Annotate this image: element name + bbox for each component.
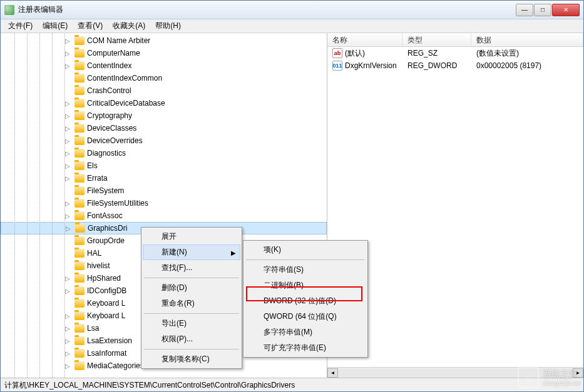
folder-icon [74,111,85,120]
expand-icon[interactable]: ▷ [63,325,72,332]
expand-icon[interactable]: ▷ [63,200,72,207]
ctx-new-string[interactable]: 字符串值(S) [245,262,366,278]
folder-icon [74,274,85,283]
tree-item[interactable]: ▷COM Name Arbiter [1,34,327,47]
tree-item[interactable]: ▷FileSystemUtilities [1,197,327,209]
minimize-button[interactable]: — [516,4,533,16]
tree-item[interactable]: ▷CriticalDeviceDatabase [1,97,327,109]
expand-icon[interactable]: ▷ [63,125,72,132]
tree-item[interactable]: ▷Errata [1,172,327,184]
folder-icon [74,236,85,245]
list-row[interactable]: 011DxgKrnlVersionREG_DWORD0x00002005 (81… [327,59,583,72]
maximize-button[interactable]: □ [534,4,551,16]
close-button[interactable]: ✕ [552,4,580,16]
ctx-expand[interactable]: 展开 [143,229,240,244]
col-header-data[interactable]: 数据 [471,33,583,46]
folder-icon [74,186,85,195]
folder-icon [74,361,85,370]
ctx-new-key[interactable]: 项(K) [245,242,366,258]
ctx-new-binary[interactable]: 二进制值(B) [245,278,366,293]
ctx-find[interactable]: 查找(F)... [143,260,240,276]
tree-item-label: Els [87,161,98,170]
ctx-separator [144,349,239,349]
expand-icon[interactable]: ▷ [63,113,72,119]
tree-item[interactable]: ContentIndexCommon [1,72,327,84]
tree-item-label: FontAssoc [87,211,123,220]
expand-icon[interactable]: ▷ [63,38,72,44]
expand-icon[interactable]: ▷ [63,175,72,182]
ctx-new-qword[interactable]: QWORD (64 位)值(Q) [245,309,366,324]
folder-icon [74,161,85,170]
tree-item[interactable]: ▷DeviceOverrides [1,134,327,147]
ctx-permissions[interactable]: 权限(P)... [143,331,240,347]
expand-icon[interactable]: ▷ [63,213,72,219]
tree-item-label: LsaInformat [87,349,126,358]
tree-item[interactable]: ▷Cryptography [1,109,327,122]
folder-icon [74,36,85,45]
folder-icon [74,136,85,145]
ctx-new-dword[interactable]: DWORD (32-位)值(D) [245,293,366,309]
tree-item[interactable]: ▷ContentIndex [1,59,327,72]
ctx-separator [144,313,239,314]
folder-icon [74,249,85,258]
menu-edit[interactable]: 编辑(E) [38,19,73,33]
tree-item[interactable]: CrashControl [1,84,327,97]
expand-icon[interactable]: ▷ [63,63,72,69]
ctx-copy-key-name[interactable]: 复制项名称(C) [143,351,240,367]
ctx-new[interactable]: 新建(N) ▶ [143,244,240,260]
tree-item[interactable]: ▷FontAssoc [1,209,327,222]
cell-data: (数值未设置) [471,48,583,59]
ctx-new-expandstring[interactable]: 可扩充字符串值(E) [245,340,366,356]
col-header-type[interactable]: 类型 [402,33,471,46]
expand-icon[interactable]: ▷ [63,363,72,369]
ctx-rename[interactable]: 重命名(R) [143,296,240,311]
list-header: 名称 类型 数据 [327,33,583,47]
folder-icon [74,286,85,295]
tree-item[interactable]: ▷ComputerName [1,47,327,59]
expand-icon[interactable]: ▷ [63,313,72,319]
titlebar: 注册表编辑器 — □ ✕ [1,1,583,19]
context-menu-new: 项(K) 字符串值(S) 二进制值(B) DWORD (32-位)值(D) QW… [243,240,368,358]
tree-item[interactable]: ▷Els [1,159,327,172]
menu-favorites[interactable]: 收藏夹(A) [108,19,150,33]
tree-item-label: hivelist [87,261,110,270]
expand-icon[interactable]: ▷ [63,100,72,107]
scroll-right-button[interactable]: ► [573,368,583,378]
menu-view[interactable]: 查看(V) [73,19,108,33]
list-row[interactable]: ab(默认)REG_SZ(数值未设置) [327,47,583,59]
scroll-track[interactable] [338,368,573,378]
expand-icon[interactable]: ▷ [63,275,72,282]
cell-data: 0x00002005 (8197) [471,61,583,70]
col-header-name[interactable]: 名称 [327,33,402,46]
tree-item[interactable]: FileSystem [1,184,327,197]
expand-icon[interactable]: ▷ [63,288,72,294]
tree-item-label: Cryptography [87,111,132,120]
expand-icon[interactable]: ▷ [63,338,72,344]
cell-name: 011DxgKrnlVersion [327,61,402,71]
horizontal-scrollbar[interactable]: ◄ ► [327,367,583,378]
folder-icon [74,99,85,108]
cell-type: REG_DWORD [402,61,471,70]
statusbar-path: 计算机\HKEY_LOCAL_MACHINE\SYSTEM\CurrentCon… [4,381,295,389]
folder-icon [74,174,85,183]
tree-item[interactable]: ▷DeviceClasses [1,122,327,134]
menu-file[interactable]: 文件(F) [3,19,38,33]
tree-item[interactable]: ▷Diagnostics [1,147,327,159]
expand-icon[interactable]: ▷ [64,225,73,232]
expand-icon[interactable]: ▷ [63,138,72,144]
ctx-new-multistring[interactable]: 多字符串值(M) [245,324,366,340]
expand-icon[interactable]: ▷ [63,163,72,169]
ctx-export[interactable]: 导出(E) [143,316,240,331]
ctx-delete[interactable]: 删除(D) [143,280,240,296]
expand-icon[interactable]: ▷ [63,50,72,57]
folder-icon [74,86,85,95]
expand-icon[interactable]: ▷ [63,350,72,357]
statusbar: 计算机\HKEY_LOCAL_MACHINE\SYSTEM\CurrentCon… [1,378,583,391]
tree-item-label: ContentIndex [87,61,131,70]
menu-help[interactable]: 帮助(H) [150,19,186,33]
submenu-arrow-icon: ▶ [231,249,236,256]
tree-item-label: LsaExtension [87,336,132,345]
expand-icon[interactable]: ▷ [63,150,72,157]
scroll-left-button[interactable]: ◄ [327,368,338,378]
tree-item-label: GroupOrde [87,236,125,245]
